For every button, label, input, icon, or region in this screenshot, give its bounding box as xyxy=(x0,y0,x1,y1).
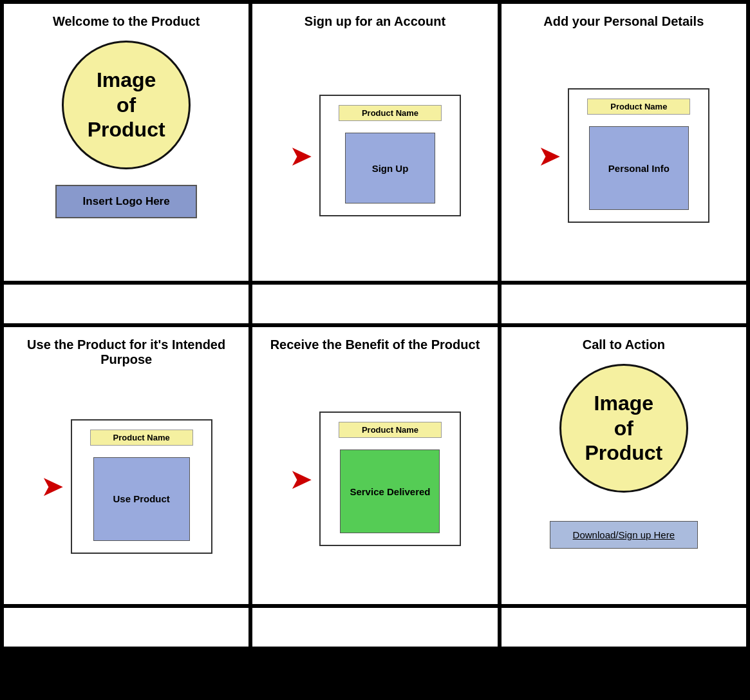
personal-title: Add your Personal Details xyxy=(543,14,704,29)
signup-arrow: ➤ xyxy=(289,142,313,170)
insert-logo-button[interactable]: Insert Logo Here xyxy=(55,185,197,218)
cta-product-image: ImageofProduct xyxy=(559,364,688,493)
benefit-product-name: Product Name xyxy=(339,422,442,438)
welcome-product-image: ImageofProduct xyxy=(62,41,191,169)
spacer-2c xyxy=(502,608,746,647)
use-title: Use the Product for it's Intended Purpos… xyxy=(14,337,238,367)
benefit-mockup: Product Name Service Delivered xyxy=(319,411,461,546)
benefit-row: ➤ Product Name Service Delivered xyxy=(263,364,487,594)
benefit-title: Receive the Benefit of the Product xyxy=(270,337,480,352)
signup-mockup: Product Name Sign Up xyxy=(319,95,461,216)
main-grid: Welcome to the Product ImageofProduct In… xyxy=(0,0,750,650)
signup-content[interactable]: Sign Up xyxy=(345,133,435,203)
spacer-1b xyxy=(252,285,497,323)
cell-personal: Add your Personal Details ➤ Product Name… xyxy=(502,4,746,281)
signup-title: Sign up for an Account xyxy=(305,14,445,29)
cell-benefit: Receive the Benefit of the Product ➤ Pro… xyxy=(252,327,497,604)
personal-mockup: Product Name Personal Info xyxy=(568,88,709,223)
spacer-1a xyxy=(4,285,248,323)
signup-product-name: Product Name xyxy=(339,105,442,121)
spacer-2b xyxy=(252,608,497,647)
personal-row: ➤ Product Name Personal Info xyxy=(512,41,736,270)
cell-use: Use the Product for it's Intended Purpos… xyxy=(4,327,248,604)
welcome-title: Welcome to the Product xyxy=(53,14,200,29)
spacer-1c xyxy=(502,285,746,323)
use-arrow: ➤ xyxy=(41,472,64,500)
cell-signup: Sign up for an Account ➤ Product Name Si… xyxy=(252,4,497,281)
use-row: ➤ Product Name Use Product xyxy=(14,379,238,594)
personal-product-name: Product Name xyxy=(587,99,690,115)
cell-cta: Call to Action ImageofProduct Download/S… xyxy=(502,327,746,604)
benefit-content: Service Delivered xyxy=(340,449,440,533)
personal-arrow: ➤ xyxy=(538,142,561,170)
use-product-name: Product Name xyxy=(90,430,193,446)
benefit-arrow: ➤ xyxy=(289,465,313,493)
welcome-circle-text: ImageofProduct xyxy=(88,68,165,142)
cta-title: Call to Action xyxy=(583,337,665,352)
cta-circle-text: ImageofProduct xyxy=(585,391,662,465)
cell-welcome: Welcome to the Product ImageofProduct In… xyxy=(4,4,248,281)
personal-content[interactable]: Personal Info xyxy=(589,126,689,210)
spacer-2a xyxy=(4,608,248,647)
use-mockup: Product Name Use Product xyxy=(71,419,212,554)
use-content[interactable]: Use Product xyxy=(93,457,190,541)
download-button[interactable]: Download/Sign up Here xyxy=(550,521,698,549)
signup-row: ➤ Product Name Sign Up xyxy=(263,41,487,270)
